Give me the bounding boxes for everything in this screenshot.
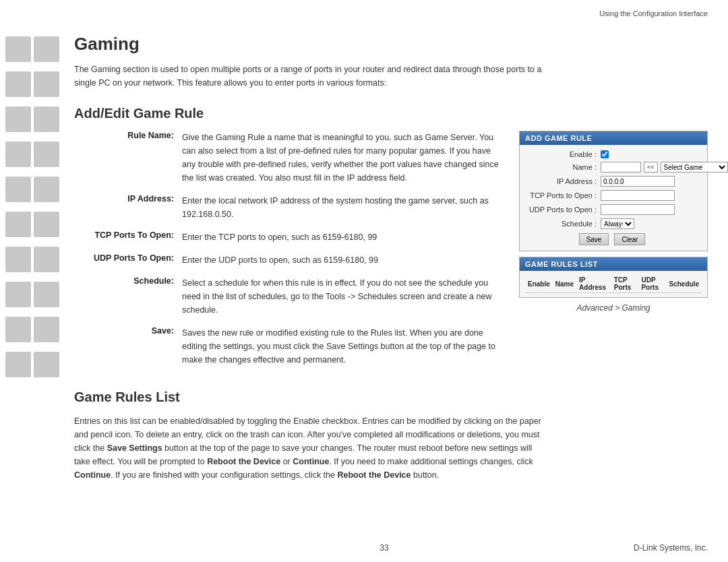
sidebar-square: [34, 282, 59, 307]
reboot-device-bold-2: Reboot the Device: [337, 470, 411, 480]
sidebar-row: [5, 71, 62, 97]
name-input[interactable]: [601, 162, 641, 173]
sidebar-square: [34, 177, 59, 202]
sidebar-square: [5, 142, 31, 167]
def-row-tcpports: TCP Ports To Open: Enter the TCP ports t…: [74, 230, 499, 244]
rules-table-header: Enable Name IP Address TCP Ports UDP Por…: [525, 275, 702, 293]
continue-bold-2: Continue: [74, 470, 111, 480]
sidebar-square: [34, 352, 59, 377]
panel-btn-row: Save Clear: [526, 233, 700, 245]
tcp-ports-input[interactable]: [601, 190, 675, 201]
add-game-rule-body: Enable : Name : << Select Game: [520, 145, 707, 251]
intro-text: The Gaming section is used to open multi…: [74, 63, 546, 90]
ip-input[interactable]: [601, 176, 675, 187]
sidebar-square: [5, 247, 31, 272]
rules-body-text: Entries on this list can be enabled/disa…: [74, 414, 546, 482]
sidebar-square: [5, 177, 31, 202]
sidebar-square: [5, 282, 31, 307]
footer-company: D-Link Systems, Inc.: [634, 543, 708, 553]
save-button[interactable]: Save: [579, 233, 609, 245]
term-ipaddress: IP Address:: [74, 194, 182, 204]
sidebar-row: [5, 212, 62, 237]
game-rules-list-body: Enable Name IP Address TCP Ports UDP Por…: [520, 271, 707, 297]
ui-panel: Add Game Rule Enable : Name : <: [519, 131, 708, 376]
desc-tcpports: Enter the TCP ports to open, such as 615…: [182, 230, 499, 244]
sidebar: [0, 0, 67, 562]
game-rules-list-title: Game Rules List: [520, 257, 707, 271]
footer-page-number: 33: [135, 543, 634, 553]
term-schedule: Schedule:: [74, 276, 182, 286]
game-rules-list-panel: Game Rules List Enable Name IP Address T…: [519, 257, 708, 298]
desc-rulename: Give the Gaming Rule a name that is mean…: [182, 131, 499, 185]
col-schedule: Schedule: [667, 275, 702, 293]
rules-section: Game Rules List Entries on this list can…: [74, 389, 708, 482]
game-rules-heading: Game Rules List: [74, 389, 708, 405]
sidebar-square: [5, 106, 31, 132]
panel-label-name: Name :: [526, 163, 601, 171]
term-rulename: Rule Name:: [74, 131, 182, 140]
page-footer: 33 D-Link Systems, Inc.: [67, 543, 728, 553]
sidebar-square: [34, 36, 59, 62]
term-udpports: UDP Ports To Open:: [74, 253, 182, 263]
panel-row-ip: IP Address :: [526, 176, 700, 187]
page-container: Using the Configuration Interface Gaming…: [0, 0, 728, 562]
sidebar-row: [5, 317, 62, 342]
desc-schedule: Select a schedule for when this rule is …: [182, 276, 499, 317]
def-section: Rule Name: Give the Gaming Rule a name t…: [74, 131, 708, 376]
desc-udpports: Enter the UDP ports to open, such as 615…: [182, 253, 499, 267]
term-tcpports: TCP Ports To Open:: [74, 230, 182, 240]
save-settings-bold: Save Settings: [107, 443, 162, 453]
udp-ports-input[interactable]: [601, 204, 675, 215]
def-row-save: Save: Saves the new rule or modified exi…: [74, 326, 499, 367]
desc-ipaddress: Enter the local network IP address of th…: [182, 194, 499, 221]
sidebar-square: [34, 212, 59, 237]
col-enable: Enable: [525, 275, 553, 293]
enable-checkbox[interactable]: [601, 150, 609, 158]
col-udp: UDP Ports: [638, 275, 666, 293]
desc-save: Saves the new rule or modified existing …: [182, 326, 499, 367]
sidebar-row: [5, 106, 62, 132]
sidebar-square: [5, 71, 31, 97]
def-row-rulename: Rule Name: Give the Gaming Rule a name t…: [74, 131, 499, 185]
sidebar-square: [34, 317, 59, 342]
page-title: Gaming: [74, 34, 708, 55]
schedule-select[interactable]: Always: [601, 218, 634, 229]
clear-button[interactable]: Clear: [614, 233, 645, 245]
sidebar-row: [5, 352, 62, 377]
name-select-row: << Select Game: [601, 162, 728, 173]
def-list: Rule Name: Give the Gaming Rule a name t…: [74, 131, 499, 376]
col-tcp: TCP Ports: [611, 275, 639, 293]
sidebar-square: [5, 36, 31, 62]
add-game-rule-title: Add Game Rule: [520, 131, 707, 145]
col-name: Name: [553, 275, 576, 293]
main-content: Using the Configuration Interface Gaming…: [67, 0, 728, 562]
top-label: Using the Configuration Interface: [599, 9, 708, 18]
sidebar-row: [5, 142, 62, 167]
sidebar-square: [34, 106, 59, 132]
def-row-schedule: Schedule: Select a schedule for when thi…: [74, 276, 499, 317]
sidebar-square: [34, 247, 59, 272]
game-select[interactable]: Select Game: [661, 162, 728, 173]
panel-row-name: Name : << Select Game: [526, 162, 700, 173]
col-ip: IP Address: [576, 275, 611, 293]
panel-label-ip: IP Address :: [526, 177, 601, 185]
panel-label-enable: Enable :: [526, 150, 601, 158]
sidebar-row: [5, 282, 62, 307]
panel-row-enable: Enable :: [526, 150, 700, 158]
term-save: Save:: [74, 326, 182, 336]
rules-table: Enable Name IP Address TCP Ports UDP Por…: [525, 275, 702, 293]
panel-label-tcp: TCP Ports to Open :: [526, 191, 601, 199]
name-select-arrow[interactable]: <<: [644, 162, 658, 173]
sidebar-square: [5, 212, 31, 237]
sidebar-square: [5, 317, 31, 342]
sidebar-square: [34, 71, 59, 97]
panel-label-udp: UDP Ports to Open :: [526, 206, 601, 214]
add-game-rule-panel: Add Game Rule Enable : Name : <: [519, 131, 708, 251]
panel-row-udp: UDP Ports to Open :: [526, 204, 700, 215]
def-row-ipaddress: IP Address: Enter the local network IP a…: [74, 194, 499, 221]
sidebar-row: [5, 36, 62, 62]
panel-row-schedule: Schedule : Always: [526, 218, 700, 229]
sidebar-row: [5, 177, 62, 202]
caption-text: Advanced > Gaming: [519, 303, 708, 313]
sidebar-square: [5, 352, 31, 377]
